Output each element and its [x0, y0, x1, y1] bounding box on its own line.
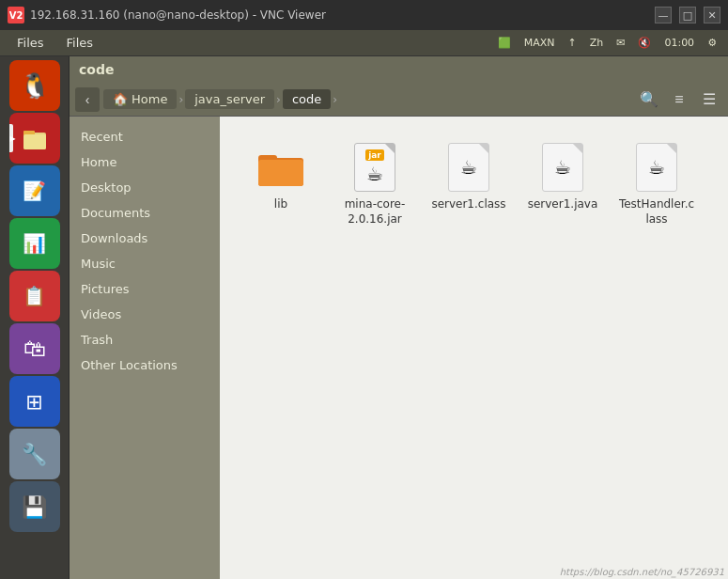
fm-toolbar-right: 🔍 ≡ ☰ — [636, 86, 722, 113]
dock-writer[interactable]: 📝 — [9, 165, 60, 216]
nvidia-icon: 🟩 — [494, 35, 515, 51]
fm-sidebar: Recent Home Desktop Documents Downloads … — [70, 117, 220, 579]
file-testhandler[interactable]: ☕ TestHandler.class — [614, 135, 699, 234]
breadcrumb-code[interactable]: code — [283, 89, 331, 109]
dock-store[interactable]: 🛍 — [9, 323, 60, 374]
svg-rect-2 — [23, 134, 46, 149]
titlebar-buttons: — □ ✕ — [655, 7, 720, 23]
app-window: 🐧 📝 📊 📋 🛍 ⊞ 🔧 💾 code ‹ — [0, 56, 728, 579]
file-jar-label: mina-core-2.0.16.jar — [336, 197, 413, 227]
breadcrumb: 🏠 Home › java_server › code › — [103, 89, 337, 109]
dock-files[interactable] — [9, 113, 60, 164]
file-server1-class[interactable]: ☕ server1.class — [426, 135, 511, 234]
sidebar-item-pictures[interactable]: Pictures — [70, 276, 220, 302]
nvidia-label: MAXN — [520, 35, 559, 51]
sidebar-item-other-locations[interactable]: Other Locations — [70, 352, 220, 378]
file-server1-class-label: server1.class — [431, 197, 505, 212]
menu-button[interactable]: ☰ — [696, 86, 722, 113]
file-lib[interactable]: lib — [239, 135, 323, 234]
close-button[interactable]: ✕ — [704, 7, 720, 23]
dock-calc[interactable]: 📊 — [9, 218, 60, 269]
svg-rect-5 — [258, 160, 303, 186]
dock-tools[interactable]: 🔧 — [9, 429, 60, 479]
mail-icon: ✉ — [612, 35, 628, 51]
mute-icon: 🔇 — [634, 35, 655, 51]
view-list-button[interactable]: ≡ — [666, 86, 692, 113]
sidebar-item-recent[interactable]: Recent — [70, 124, 220, 149]
sidebar-item-music[interactable]: Music — [70, 251, 220, 276]
jar-icon: jar ☕ — [350, 143, 399, 192]
breadcrumb-sep-1: › — [178, 93, 183, 106]
file-server1-java[interactable]: ☕ server1.java — [520, 135, 605, 234]
sidebar-item-desktop[interactable]: Desktop — [70, 175, 220, 200]
clock: 01:00 — [660, 35, 698, 51]
titlebar-title: 192.168.31.160 (nano@nano-desktop) - VNC… — [30, 8, 655, 22]
watermark: https://blog.csdn.net/no_45726931 — [560, 567, 724, 577]
search-button[interactable]: 🔍 — [636, 86, 662, 113]
sidebar-item-downloads[interactable]: Downloads — [70, 226, 220, 251]
folder-icon — [256, 143, 305, 192]
breadcrumb-sep-2: › — [276, 93, 281, 106]
upload-icon: ↑ — [564, 35, 580, 51]
sidebar-item-trash[interactable]: Trash — [70, 327, 220, 352]
dock-ubuntu[interactable]: 🐧 — [9, 60, 60, 111]
java-icon: ☕ — [538, 143, 587, 192]
minimize-button[interactable]: — — [655, 7, 672, 23]
breadcrumb-home[interactable]: 🏠 Home — [103, 89, 177, 109]
settings-icon: ⚙ — [704, 35, 720, 51]
breadcrumb-sep-3: › — [333, 93, 337, 106]
dock-impress[interactable]: 📋 — [9, 271, 60, 321]
fm-body: Recent Home Desktop Documents Downloads … — [70, 117, 728, 579]
file-lib-label: lib — [274, 197, 287, 212]
dock: 🐧 📝 📊 📋 🛍 ⊞ 🔧 💾 — [0, 56, 70, 579]
zh-icon: Zh — [586, 35, 608, 51]
back-button[interactable]: ‹ — [75, 87, 100, 112]
menubar: Files Files 🟩 MAXN ↑ Zh ✉ 🔇 01:00 ⚙ — [0, 30, 728, 56]
maximize-button[interactable]: □ — [679, 7, 696, 23]
file-jar[interactable]: jar ☕ mina-core-2.0.16.jar — [333, 135, 417, 234]
home-icon: 🏠 — [113, 92, 128, 106]
dock-apps[interactable]: ⊞ — [9, 376, 60, 427]
titlebar-icon: V2 — [8, 7, 24, 23]
sidebar-item-home[interactable]: Home — [70, 149, 220, 175]
fm-content: lib jar ☕ mina-core-2.0.16.jar — [220, 117, 728, 579]
fm-header: code — [70, 56, 728, 83]
titlebar: V2 192.168.31.160 (nano@nano-desktop) - … — [0, 0, 728, 30]
file-server1-java-label: server1.java — [528, 197, 598, 212]
fm-current-folder-title: code — [79, 62, 114, 77]
class-icon-1: ☕ — [444, 143, 493, 192]
file-testhandler-label: TestHandler.class — [618, 197, 695, 227]
system-tray: 🟩 MAXN ↑ Zh ✉ 🔇 01:00 ⚙ — [494, 35, 720, 51]
sidebar-item-videos[interactable]: Videos — [70, 302, 220, 327]
dock-hdd[interactable]: 💾 — [9, 481, 60, 532]
menu-files-1[interactable]: Files — [8, 34, 54, 52]
breadcrumb-java-server[interactable]: java_server — [185, 89, 274, 109]
menu-files-2[interactable]: Files — [57, 34, 103, 52]
fm-toolbar: ‹ 🏠 Home › java_server › code › 🔍 ≡ ☰ — [70, 83, 728, 117]
class-icon-2: ☕ — [632, 143, 681, 192]
sidebar-item-documents[interactable]: Documents — [70, 200, 220, 226]
filemanager: code ‹ 🏠 Home › java_server › code › 🔍 ≡… — [70, 56, 728, 579]
